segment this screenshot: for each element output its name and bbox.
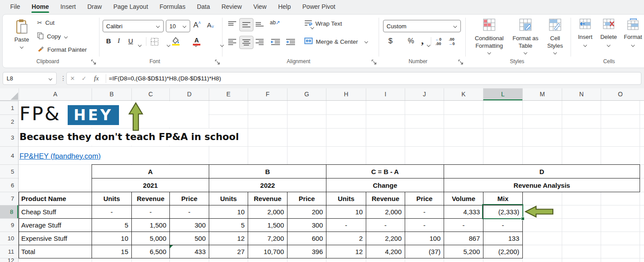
table-column-header[interactable]: Volume <box>444 192 483 205</box>
row-header-1[interactable]: 1 <box>0 101 18 114</box>
table-cell[interactable]: 300 <box>287 218 326 232</box>
ribbon-tab-formulas[interactable]: Formulas <box>154 0 191 14</box>
copy-button[interactable]: Copy <box>37 32 68 41</box>
name-box[interactable]: L8 <box>3 72 57 85</box>
ribbon-tab-data[interactable]: Data <box>191 0 216 14</box>
table-cell[interactable]: - <box>92 205 131 218</box>
row-header-3[interactable]: 3 <box>0 128 18 146</box>
column-header-H[interactable]: H <box>326 88 366 100</box>
table-cell[interactable]: 5 <box>92 218 131 232</box>
row-header-2[interactable]: 2 <box>0 114 18 128</box>
column-header-F[interactable]: F <box>248 88 287 100</box>
underline-options-chevron-icon[interactable] <box>138 43 142 47</box>
table-cell[interactable]: 500 <box>169 232 209 245</box>
table-cell[interactable]: 2,000 <box>366 205 405 218</box>
column-header-N[interactable]: N <box>562 88 601 100</box>
table-cell[interactable]: 100 <box>405 232 444 245</box>
underline-button[interactable]: U <box>128 37 133 45</box>
table-cell[interactable]: 7,200 <box>248 232 287 245</box>
column-header-A[interactable]: A <box>19 88 92 100</box>
clipboard-dialog-launcher-icon[interactable] <box>91 59 96 64</box>
wrap-text-button[interactable]: Wrap Text <box>304 19 342 28</box>
fx-icon[interactable]: fx <box>90 75 103 82</box>
format-cells-button[interactable]: Format <box>622 18 644 47</box>
column-header-L[interactable]: L <box>483 88 522 100</box>
table-cell[interactable]: 133 <box>483 232 522 245</box>
table-cell[interactable]: 433 <box>169 245 209 258</box>
table-cell[interactable]: 4,200 <box>366 245 405 258</box>
format-painter-button[interactable]: Format Painter <box>37 46 87 53</box>
ribbon-tab-home[interactable]: Home <box>26 0 55 14</box>
cut-button[interactable]: ✂ Cut <box>37 19 54 26</box>
ribbon-tab-review[interactable]: Review <box>216 0 248 14</box>
increase-font-size-button[interactable]: A˄ <box>193 20 201 30</box>
table-cell[interactable]: - <box>326 218 366 232</box>
row-header-9[interactable]: 9 <box>0 218 18 232</box>
decrease-indent-icon[interactable] <box>271 38 280 47</box>
decrease-font-size-button[interactable]: A˅ <box>207 21 214 29</box>
table-cell[interactable]: 5,200 <box>444 245 483 258</box>
table-cell[interactable]: - <box>131 205 169 218</box>
format-as-table-button[interactable]: Format as Table <box>508 18 543 54</box>
orientation-icon[interactable]: ab↗ <box>270 19 280 26</box>
table-column-header[interactable]: Revenue <box>248 192 287 205</box>
table-row-name[interactable]: Cheap Stuff <box>19 205 92 218</box>
table-cell[interactable]: 396 <box>287 245 326 258</box>
table-cell[interactable]: - <box>366 218 405 232</box>
merge-center-button[interactable]: Merge & Center <box>304 38 368 46</box>
row-header-12[interactable]: 12 <box>0 258 18 262</box>
table-cell[interactable]: 600 <box>287 232 326 245</box>
table-cell[interactable]: 2 <box>326 232 366 245</box>
increase-indent-icon[interactable] <box>286 38 295 47</box>
table-cell[interactable]: 4,333 <box>444 205 483 218</box>
table-cell[interactable]: 300 <box>169 218 209 232</box>
column-header-O[interactable]: O <box>601 88 640 100</box>
comma-format-button[interactable]: , <box>421 34 424 46</box>
column-header-D[interactable]: D <box>169 88 209 100</box>
column-header-E[interactable]: E <box>209 88 248 100</box>
table-row-name[interactable]: Expensive Stuff <box>19 232 92 245</box>
table-column-header[interactable]: Revenue <box>131 192 169 205</box>
row-header-11[interactable]: 11 <box>0 245 18 258</box>
select-all-corner[interactable] <box>11 92 18 100</box>
table-cell[interactable]: - <box>405 218 444 232</box>
column-header-J[interactable]: J <box>405 88 444 100</box>
table-column-header[interactable]: Revenue <box>366 192 405 205</box>
table-column-header[interactable]: Price <box>287 192 326 205</box>
table-cell[interactable]: (37) <box>405 245 444 258</box>
font-color-chevron-icon[interactable] <box>220 43 224 47</box>
ribbon-tab-draw[interactable]: Draw <box>81 0 107 14</box>
currency-chevron-icon[interactable] <box>427 43 431 47</box>
table-cell[interactable]: - <box>483 218 522 232</box>
table-cell[interactable]: 10,700 <box>248 245 287 258</box>
fill-color-icon[interactable] <box>172 37 180 47</box>
row-header-5[interactable]: 5 <box>0 164 18 178</box>
table-row-name[interactable]: Total <box>19 245 92 258</box>
align-right-icon[interactable] <box>255 38 264 47</box>
table-cell[interactable]: 10 <box>209 205 248 218</box>
table-cell[interactable]: 1,500 <box>131 218 169 232</box>
font-name-select[interactable]: Calibri <box>103 20 164 32</box>
table-cell[interactable]: 200 <box>287 205 326 218</box>
table-column-header[interactable]: Units <box>326 192 366 205</box>
currency-format-button[interactable]: $ <box>388 37 392 46</box>
table-row-name[interactable]: Average Stuff <box>19 218 92 232</box>
delete-cells-button[interactable]: Delete <box>598 18 619 47</box>
table-cell[interactable]: (2,200) <box>483 245 522 258</box>
column-header-M[interactable]: M <box>522 88 562 100</box>
ribbon-tab-file[interactable]: File <box>4 0 26 14</box>
font-dialog-launcher-icon[interactable] <box>215 59 220 64</box>
row-header-7[interactable]: 7 <box>0 192 18 205</box>
table-cell[interactable]: 5,000 <box>131 232 169 245</box>
align-top-icon[interactable] <box>228 21 237 30</box>
formula-bar-handle-icon[interactable]: ⋮ <box>60 75 66 82</box>
borders-chevron-icon[interactable] <box>167 43 171 47</box>
number-dialog-launcher-icon[interactable] <box>458 59 464 64</box>
column-header-G[interactable]: G <box>287 88 326 100</box>
alignment-dialog-launcher-icon[interactable] <box>372 59 377 64</box>
formula-input-box[interactable]: ✕ ✓ fx =IF(D8=0,(G8-$D$11)*H8,(D8-$D$11)… <box>66 72 641 85</box>
cancel-icon[interactable]: ✕ <box>67 75 78 82</box>
italic-button[interactable]: I <box>118 37 120 45</box>
number-format-select[interactable]: Custom <box>383 20 461 32</box>
table-cell[interactable]: 12 <box>326 245 366 258</box>
